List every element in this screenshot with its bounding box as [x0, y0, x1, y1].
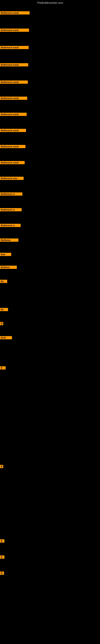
bottleneck-label: Bottlene	[0, 266, 17, 269]
bottleneck-item: B	[0, 322, 3, 326]
bottleneck-item: Bo	[0, 308, 8, 312]
bottleneck-label: Bottleneck result	[0, 46, 29, 49]
bottleneck-item: Bottleneck result	[0, 145, 25, 149]
bottleneck-item: B	[0, 572, 4, 576]
bottleneck-label: Bottleneck re	[0, 224, 21, 227]
bottleneck-item: B	[0, 366, 6, 370]
bottleneck-item: Bottl	[0, 336, 12, 340]
site-title: TheBottlenecker.com	[0, 0, 100, 6]
bottleneck-label: Bottleneck result	[0, 145, 25, 148]
bottleneck-label: B	[0, 556, 4, 559]
bottleneck-label: B	[0, 465, 3, 468]
bottleneck-label: B	[0, 366, 6, 370]
bottleneck-item: Bottleneck re	[0, 224, 21, 228]
bottleneck-item: B	[0, 539, 4, 544]
bottleneck-label: B	[0, 572, 4, 575]
bottleneck-label: Bottleneck result	[0, 129, 26, 132]
bottleneck-label: Bottleneck result	[0, 63, 28, 66]
bottleneck-item: Bottleneck re	[0, 208, 22, 212]
bottleneck-label: Bott	[0, 253, 11, 256]
bottleneck-item: Bottleneck result	[0, 96, 27, 100]
bottleneck-item: Bottleneck result	[0, 161, 25, 165]
bottleneck-item: Bottleneck result	[0, 11, 30, 15]
bottleneck-label: Bo	[0, 280, 7, 283]
bottleneck-item: B	[0, 465, 3, 469]
bottleneck-item: Bottleneck re	[0, 192, 22, 196]
bottleneck-item: Bottleneck result	[0, 129, 26, 133]
bottleneck-label: Bottlenec	[0, 238, 18, 242]
bottleneck-label: B	[0, 322, 3, 325]
bottleneck-item: Bottleneck result	[0, 46, 29, 50]
bottleneck-item: Bottlenec	[0, 238, 18, 242]
bottleneck-label: B	[0, 539, 4, 542]
bottleneck-label: Bo	[0, 308, 8, 311]
bottleneck-label: Bottleneck result	[0, 28, 29, 32]
bottleneck-label: Bottleneck result	[0, 11, 30, 14]
bottleneck-label: Bottleneck result	[0, 113, 27, 116]
bottleneck-item: B	[0, 556, 4, 560]
bottleneck-label: Bottleneck result	[0, 80, 28, 84]
bottleneck-item: Bottleneck result	[0, 28, 29, 32]
bottleneck-label: Bottleneck resu	[0, 177, 24, 180]
bottleneck-item: Bott	[0, 253, 11, 257]
bottleneck-item: Bottleneck resu	[0, 177, 24, 181]
bottleneck-label: Bottleneck re	[0, 208, 22, 211]
bottleneck-item: Bottleneck result	[0, 63, 28, 67]
bottleneck-item: Bottlene	[0, 266, 17, 270]
bottleneck-item: Bottleneck result	[0, 80, 28, 84]
bottleneck-label: Bottleneck result	[0, 96, 27, 100]
bottleneck-item: Bo	[0, 280, 7, 284]
bottleneck-label: Bottl	[0, 336, 12, 339]
bottleneck-label: Bottleneck re	[0, 192, 22, 196]
bottleneck-label: Bottleneck result	[0, 161, 25, 164]
bottleneck-item: Bottleneck result	[0, 113, 27, 117]
